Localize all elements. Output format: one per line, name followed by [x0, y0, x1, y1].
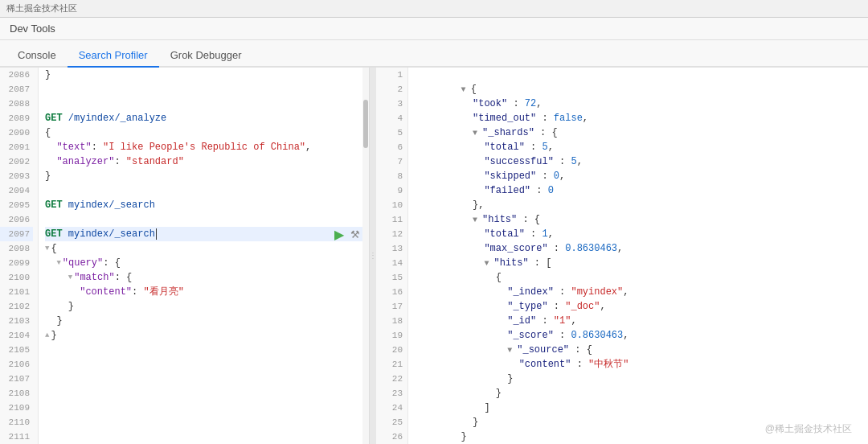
- code-line-2110: [45, 415, 369, 430]
- code-line-2096: [45, 212, 369, 227]
- fold-arrow-10[interactable]: ▼: [473, 216, 482, 224]
- ln-2111: 2111: [0, 430, 33, 444]
- ln-2103: 2103: [0, 314, 33, 328]
- rln-21: 21: [376, 357, 403, 372]
- rln-14: 14: [376, 256, 403, 270]
- editor-content: 2086 2087 2088 2089 2090 2091 2092 2093 …: [0, 68, 369, 444]
- fold-arrow-19[interactable]: ▼: [507, 346, 517, 355]
- tab-console[interactable]: Console: [6, 44, 68, 68]
- code-text: [45, 140, 56, 154]
- ln-2105: 2105: [0, 343, 33, 357]
- ln-2095: 2095: [0, 198, 33, 212]
- code-line-2094: [45, 183, 369, 198]
- rln-13: 13: [376, 241, 403, 256]
- code-line-2099: ▼"query": {: [45, 256, 369, 270]
- cursor: [156, 228, 157, 240]
- rln-17: 17: [376, 299, 403, 314]
- ln-2110: 2110: [0, 415, 33, 430]
- rln-20: 20: [376, 343, 403, 357]
- code-line-2088: [45, 97, 369, 111]
- result-line-1: ▼ {: [415, 68, 868, 82]
- code-line-2095: GET myindex/_search: [45, 198, 369, 212]
- fold-indicator[interactable]: ▼: [68, 270, 72, 285]
- code-text: {: [45, 125, 51, 140]
- rln-1: 1: [376, 68, 403, 82]
- ln-2097: 2097: [0, 227, 33, 241]
- ln-2088: 2088: [0, 97, 33, 111]
- fold-indicator[interactable]: ▲: [45, 328, 49, 343]
- devtools-title: Dev Tools: [10, 23, 55, 35]
- code-line-2102: }: [45, 299, 369, 314]
- run-button[interactable]: ▶: [332, 227, 346, 241]
- code-text: {: [51, 241, 56, 256]
- rln-5: 5: [376, 125, 403, 140]
- rln-15: 15: [376, 270, 403, 285]
- ln-2107: 2107: [0, 372, 33, 386]
- fold-indicator[interactable]: ▼: [56, 256, 60, 270]
- tab-grok-debugger[interactable]: Grok Debugger: [159, 44, 253, 68]
- main-content: 2086 2087 2088 2089 2090 2091 2092 2093 …: [0, 68, 868, 444]
- code-line-2092: "analyzer": "standard": [45, 154, 369, 169]
- code-text: }: [45, 68, 51, 82]
- editor-scrollbar[interactable]: [362, 68, 369, 444]
- code-line-2105: [45, 343, 369, 357]
- code-key: "content": [80, 285, 132, 299]
- code-line-2093: }: [45, 169, 369, 183]
- editor-scrollbar-thumb[interactable]: [363, 100, 368, 148]
- ln-2096: 2096: [0, 212, 33, 227]
- fold-arrow-1[interactable]: ▼: [461, 85, 471, 94]
- code-text: }: [45, 299, 74, 314]
- rln-8: 8: [376, 169, 403, 183]
- code-area[interactable]: } GET /myindex/_analyze { "text": "I lik…: [39, 68, 369, 444]
- ln-2093: 2093: [0, 169, 33, 183]
- code-line-2100: ▼"match": {: [45, 270, 369, 285]
- code-key: "text": [56, 140, 91, 154]
- ln-2099: 2099: [0, 256, 33, 270]
- code-text: }: [45, 169, 51, 183]
- tabs-bar: Console Search Profiler Grok Debugger: [0, 40, 868, 68]
- code-line-2101: "content": "看月亮": [45, 285, 369, 299]
- code-line-2109: [45, 401, 369, 415]
- result-line-numbers: 1 2 3 4 5 6 7 8 9 10 11 12 13 14 15 16 1…: [376, 68, 408, 444]
- code-key: "match": [74, 270, 114, 285]
- code-line-2107: [45, 372, 369, 386]
- browser-bar-text: 稀土掘金技术社区: [6, 2, 77, 14]
- tab-search-profiler[interactable]: Search Profiler: [68, 44, 159, 68]
- code-line-2091: "text": "I like People's Republic of Chi…: [45, 140, 369, 154]
- http-path: myindex/_search: [68, 198, 155, 212]
- ln-2094: 2094: [0, 183, 33, 198]
- rln-25: 25: [376, 415, 403, 430]
- code-text: }: [45, 314, 63, 328]
- rln-19: 19: [376, 328, 403, 343]
- line-numbers: 2086 2087 2088 2089 2090 2091 2092 2093 …: [0, 68, 39, 444]
- fold-indicator[interactable]: ▼: [45, 241, 49, 256]
- code-text: [45, 256, 56, 270]
- ln-2098: 2098: [0, 241, 33, 256]
- ln-2089: 2089: [0, 111, 33, 125]
- rln-7: 7: [376, 154, 403, 169]
- code-val: "I like People's Republic of China": [103, 140, 305, 154]
- code-line-2104: ▲}: [45, 328, 369, 343]
- panel-divider[interactable]: ⋮: [370, 68, 376, 444]
- code-text: : {: [115, 270, 133, 285]
- fold-arrow-13[interactable]: ▼: [484, 259, 493, 268]
- code-line-2106: [45, 357, 369, 372]
- fold-arrow-4[interactable]: ▼: [473, 129, 482, 138]
- code-line-2108: [45, 386, 369, 401]
- code-line-2098: ▼{: [45, 241, 369, 256]
- wrench-button[interactable]: ⚒: [348, 227, 362, 241]
- rln-4: 4: [376, 111, 403, 125]
- rln-16: 16: [376, 285, 403, 299]
- watermark: @稀土掘金技术社区: [765, 422, 852, 436]
- browser-bar: 稀土掘金技术社区: [0, 0, 868, 18]
- http-path-active: myindex/_search: [68, 227, 155, 241]
- code-line-2086: }: [45, 68, 369, 82]
- devtools-titlebar: Dev Tools: [0, 18, 868, 40]
- rln-9: 9: [376, 183, 403, 198]
- ln-2091: 2091: [0, 140, 33, 154]
- ln-2102: 2102: [0, 299, 33, 314]
- http-method-active: GET: [45, 227, 68, 241]
- rln-26: 26: [376, 430, 403, 444]
- ln-2087: 2087: [0, 82, 33, 97]
- rln-18: 18: [376, 314, 403, 328]
